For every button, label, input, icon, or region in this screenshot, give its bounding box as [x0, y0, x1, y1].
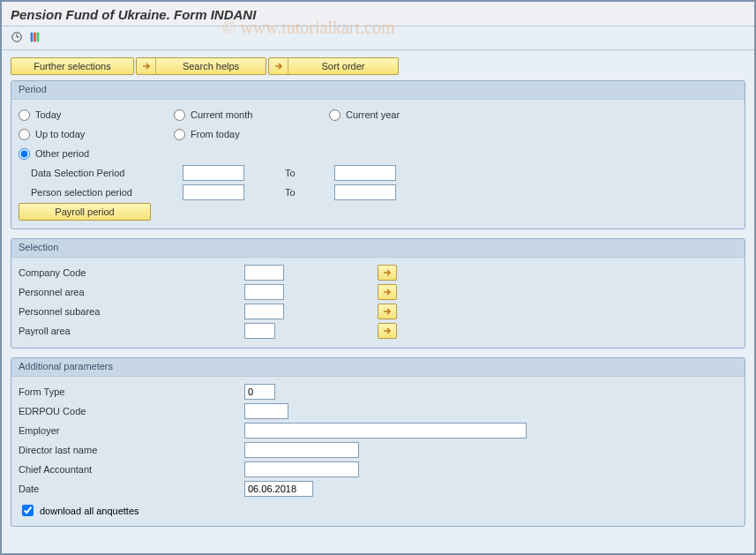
- radio-current-year[interactable]: Current year: [329, 109, 479, 121]
- download-label: download all anquettes: [40, 506, 139, 516]
- to-label-2: To: [285, 187, 329, 198]
- director-input[interactable]: [244, 442, 359, 458]
- period-group: Period Today Current month Current year …: [11, 80, 745, 229]
- content-area: Further selections Search helps Sort ord…: [2, 50, 754, 543]
- radio-other-period[interactable]: Other period: [19, 148, 168, 160]
- data-to-input[interactable]: [334, 165, 396, 181]
- personnel-area-label: Personnel area: [19, 287, 239, 297]
- personnel-subarea-input[interactable]: [244, 304, 284, 319]
- payroll-area-input[interactable]: [244, 323, 275, 339]
- personnel-subarea-label: Personnel subarea: [19, 306, 239, 317]
- personnel-subarea-more-button[interactable]: [378, 304, 397, 319]
- person-from-input[interactable]: [183, 184, 244, 200]
- to-label-1: To: [285, 168, 329, 178]
- icon-toolbar: [2, 26, 754, 50]
- sort-order-label: Sort order: [288, 61, 398, 71]
- sort-order-button[interactable]: Sort order: [268, 57, 399, 75]
- personnel-area-more-button[interactable]: [378, 284, 397, 300]
- label-other-period: Other period: [35, 148, 89, 159]
- personnel-area-input[interactable]: [244, 284, 284, 300]
- search-helps-button[interactable]: Search helps: [136, 57, 266, 75]
- payroll-period-label: Payroll period: [19, 206, 150, 217]
- variant-icon[interactable]: [26, 29, 42, 45]
- payroll-period-button[interactable]: Payroll period: [19, 203, 151, 221]
- svg-rect-3: [31, 33, 34, 42]
- label-up-to-today: Up to today: [35, 129, 85, 139]
- label-today: Today: [35, 109, 61, 120]
- label-current-year: Current year: [346, 109, 400, 120]
- data-from-input[interactable]: [183, 165, 244, 181]
- employer-input[interactable]: [244, 423, 527, 439]
- selection-legend: Selection: [11, 239, 745, 258]
- company-code-input[interactable]: [244, 265, 284, 281]
- radio-today[interactable]: Today: [19, 109, 168, 121]
- label-from-today: From today: [191, 129, 240, 139]
- execute-icon[interactable]: [9, 29, 25, 45]
- payroll-area-more-button[interactable]: [378, 323, 397, 339]
- arrow-right-icon: [269, 58, 288, 74]
- radio-current-month[interactable]: Current month: [174, 109, 324, 121]
- app-window: Pension Fund of Ukraine. Form INDANI © w…: [0, 0, 756, 555]
- edrpou-input[interactable]: [244, 403, 288, 419]
- additional-legend: Additional parameters: [11, 358, 745, 377]
- company-code-label: Company Code: [19, 267, 239, 278]
- director-label: Director last name: [19, 445, 239, 455]
- search-helps-label: Search helps: [156, 61, 266, 71]
- selection-group: Selection Company Code Personnel area Pe…: [11, 238, 745, 349]
- chief-input[interactable]: [244, 461, 359, 477]
- date-input[interactable]: [244, 481, 313, 497]
- radio-from-today[interactable]: From today: [174, 129, 324, 140]
- period-legend: Period: [11, 81, 745, 100]
- further-selections-label: Further selections: [11, 61, 133, 71]
- company-code-more-button[interactable]: [378, 265, 397, 281]
- radio-up-to-today[interactable]: Up to today: [19, 129, 168, 140]
- page-title: Pension Fund of Ukraine. Form INDANI: [2, 2, 754, 26]
- form-type-input[interactable]: [244, 384, 275, 400]
- additional-group: Additional parameters Form Type EDRPOU C…: [11, 357, 745, 527]
- person-selection-label: Person selection period: [19, 187, 177, 198]
- arrow-right-icon: [137, 58, 156, 74]
- chief-label: Chief Accountant: [19, 464, 239, 475]
- form-type-label: Form Type: [19, 386, 239, 397]
- label-current-month: Current month: [191, 109, 252, 120]
- svg-rect-5: [37, 33, 40, 42]
- payroll-area-label: Payroll area: [19, 326, 239, 336]
- date-label: Date: [19, 484, 239, 494]
- employer-label: Employer: [19, 425, 239, 436]
- data-selection-label: Data Selection Period: [19, 168, 177, 178]
- person-to-input[interactable]: [334, 184, 396, 200]
- svg-rect-4: [34, 33, 36, 42]
- further-selections-button[interactable]: Further selections: [11, 57, 134, 75]
- edrpou-label: EDRPOU Code: [19, 406, 239, 416]
- download-checkbox[interactable]: [22, 505, 34, 516]
- button-row: Further selections Search helps Sort ord…: [11, 57, 745, 75]
